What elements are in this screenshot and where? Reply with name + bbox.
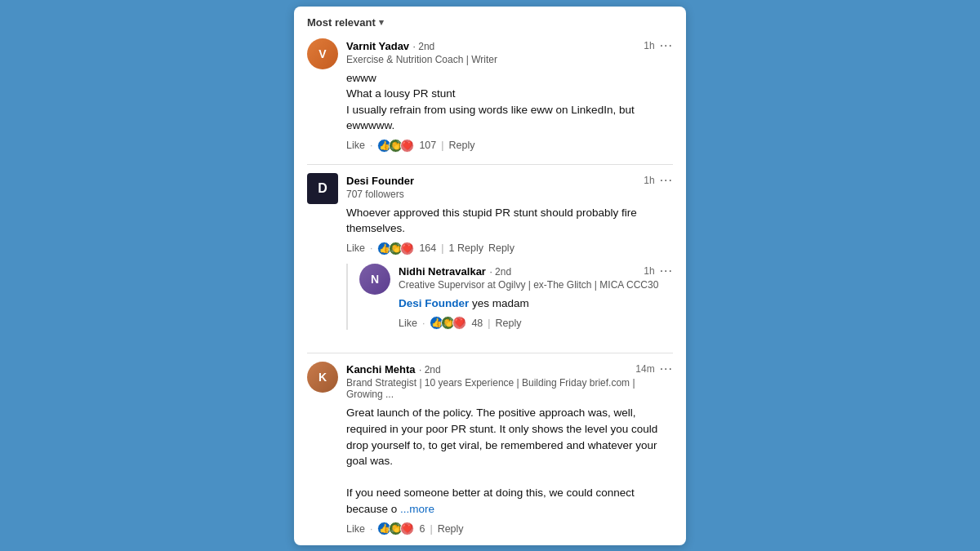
more-options-button[interactable]: ··· [660,173,673,188]
sort-bar[interactable]: Most relevant ▾ [307,16,673,29]
separator: | [430,523,432,535]
user-degree: · 2nd [489,266,511,278]
reaction-count: 164 [419,242,436,254]
sort-chevron: ▾ [379,17,384,28]
comment-header: Nidhi Netravalkar · 2nd 1h ··· [399,264,673,278]
comment-text: Desi Founder yes madam [399,295,673,312]
meta-right: 1h ··· [644,173,673,188]
comment-body: Desi Founder 1h ··· 707 followers Whoeve… [346,173,673,342]
reactions-row: Like · 👍👏❤️ 164 |1 Reply Reply [346,242,673,256]
separator: · [422,318,425,329]
reply-button[interactable]: Reply [438,523,464,535]
reactions-row: Like · 👍👏❤️ 48 | Reply [399,316,673,330]
comment-text: Whoever approved this stupid PR stunt sh… [346,205,673,237]
separator: | [441,140,443,151]
comment-header: Desi Founder 1h ··· [346,173,673,188]
like-button[interactable]: Like [346,140,365,151]
like-button[interactable]: Like [399,318,417,329]
separator: · [370,140,372,151]
reply-button[interactable]: Reply [496,318,522,329]
comment-time: 1h [644,265,654,277]
reaction-icons: 👍👏❤️ [377,139,414,153]
user-title: Brand Strategist | 10 years Experience |… [346,377,673,400]
reaction-icon: ❤️ [400,242,414,256]
avatar: D [307,173,338,204]
reaction-icon: ❤️ [400,139,414,153]
reaction-icon: ❤️ [400,522,414,535]
reaction-icons: 👍👏❤️ [377,242,414,256]
mention: Desi Founder [399,297,469,309]
comments-card: Most relevant ▾ V Varnit Yadav · 2nd 1h … [294,7,686,545]
reaction-icon: ❤️ [452,316,466,330]
replies-count: 1 Reply [449,242,483,254]
user-name: Nidhi Netravalkar [399,265,486,278]
comment-item: K Kanchi Mehta · 2nd 14m ··· Brand Strat… [307,362,673,535]
avatar: N [359,264,390,295]
comment-time: 14m [635,363,654,375]
reaction-icons: 👍👏❤️ [377,522,414,535]
comment-body: Varnit Yadav · 2nd 1h ··· Exercise & Nut… [346,38,673,153]
comment-body: Kanchi Mehta · 2nd 14m ··· Brand Strateg… [346,362,673,535]
reply-button[interactable]: Reply [488,242,514,254]
meta-right: 14m ··· [635,362,673,376]
more-options-button[interactable]: ··· [660,362,673,376]
reaction-count: 6 [419,523,425,535]
separator: | [441,242,443,254]
separator: | [488,318,490,329]
reaction-count: 48 [471,318,483,329]
comment-header: Varnit Yadav · 2nd 1h ··· [346,38,673,53]
like-button[interactable]: Like [346,242,365,254]
comment-time: 1h [644,40,654,51]
like-button[interactable]: Like [346,523,365,535]
comment-body: Nidhi Netravalkar · 2nd 1h ··· Creative … [399,264,673,331]
meta-right: 1h ··· [644,264,673,278]
meta-right: 1h ··· [644,38,673,53]
comment-item: V Varnit Yadav · 2nd 1h ··· Exercise & N… [307,38,673,153]
separator: · [370,523,372,535]
user-title: Creative Supervisor at Ogilvy | ex-The G… [399,279,673,291]
more-link[interactable]: ...more [400,503,434,515]
reply-button[interactable]: Reply [449,140,475,151]
avatar: V [307,38,338,69]
user-name: Desi Founder [346,175,414,187]
user-name: Kanchi Mehta [346,363,416,375]
comment-text: ewwwWhat a lousy PR stuntI usually refra… [346,70,673,134]
user-degree: · 2nd [413,41,435,52]
divider [307,353,673,353]
comments-list: V Varnit Yadav · 2nd 1h ··· Exercise & N… [307,38,673,545]
more-options-button[interactable]: ··· [660,38,673,53]
comment-text: Great launch of the policy. The positive… [346,405,673,517]
separator: · [370,242,372,254]
user-name: Varnit Yadav [346,40,409,52]
comment-item: D Desi Founder 1h ··· 707 followers Whoe… [307,173,673,342]
user-title: 707 followers [346,189,673,200]
more-options-button[interactable]: ··· [660,264,673,278]
avatar: K [307,362,338,393]
reaction-count: 107 [419,140,436,151]
user-degree: · 2nd [419,364,441,375]
reaction-icons: 👍👏❤️ [430,316,466,330]
reactions-row: Like · 👍👏❤️ 6 | Reply [346,522,673,535]
comment-time: 1h [644,175,654,186]
reactions-row: Like · 👍👏❤️ 107 | Reply [346,139,673,153]
comment-header: Kanchi Mehta · 2nd 14m ··· [346,362,673,376]
sort-label: Most relevant [307,16,376,29]
comment-item: N Nidhi Netravalkar · 2nd 1h ··· Creativ… [346,264,673,331]
user-title: Exercise & Nutrition Coach | Writer [346,54,673,65]
divider [307,164,673,165]
